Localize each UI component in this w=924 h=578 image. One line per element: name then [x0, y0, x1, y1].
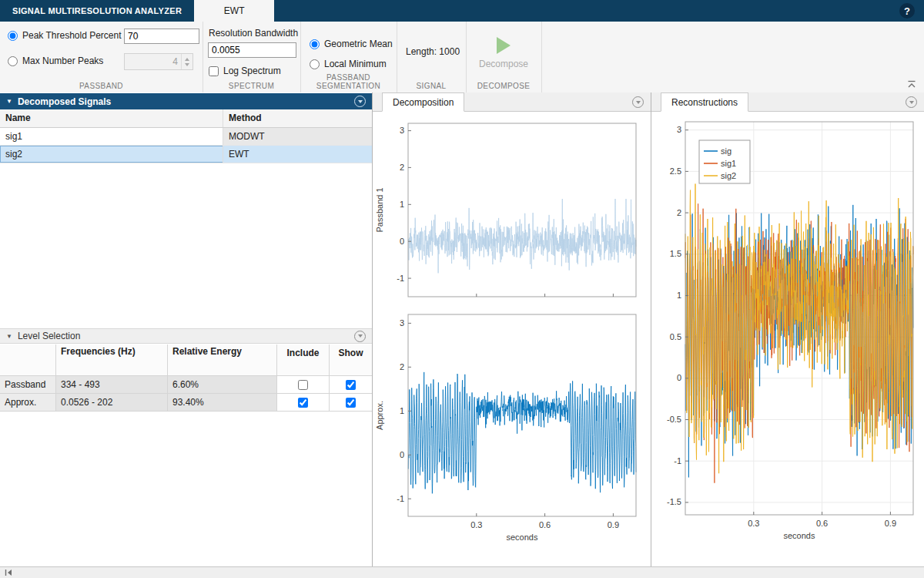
table-row-sig2[interactable]: sig2 EWT	[0, 146, 372, 163]
max-peaks-radio[interactable]	[8, 56, 18, 66]
ewt-tab-label: EWT	[224, 5, 245, 16]
svg-text:0: 0	[400, 450, 404, 459]
svg-text:0.3: 0.3	[748, 519, 759, 528]
reconstructions-tabstrip: Reconstructions	[651, 92, 924, 112]
geometric-mean-radio[interactable]	[310, 39, 320, 49]
collapse-left-panel-button[interactable]	[5, 569, 13, 576]
peak-threshold-input[interactable]	[124, 29, 199, 44]
level-row-approx[interactable]: Approx. 0.0526 - 202 93.40%	[0, 394, 372, 412]
svg-text:3: 3	[400, 126, 404, 135]
svg-text:2: 2	[677, 208, 681, 217]
svg-text:Approx.: Approx.	[375, 401, 384, 430]
energy-column-header: Relative Energy	[168, 344, 277, 375]
geometric-mean-label: Geometric Mean	[324, 39, 393, 49]
decomposition-tabstrip: Decomposition	[373, 92, 651, 112]
app-title-tab[interactable]: SIGNAL MULTIRESOLUTION ANALYZER	[0, 0, 194, 22]
include-column-header: Include	[277, 344, 330, 375]
svg-text:0.5: 0.5	[670, 332, 681, 341]
svg-text:0.3: 0.3	[470, 520, 482, 529]
section-signal: Length: 1000 SIGNAL	[397, 22, 467, 92]
decomposed-signals-header[interactable]: ▼ Decomposed Signals	[0, 93, 372, 109]
approx-frequencies-cell: 0.0526 - 202	[56, 394, 168, 411]
decomposition-actions-icon[interactable]	[632, 96, 644, 108]
approx-include-checkbox[interactable]	[298, 398, 308, 408]
decomposed-signals-table: Name Method sig1 MODWT sig2 EWT	[0, 109, 372, 163]
tab-reconstructions[interactable]: Reconstructions	[661, 92, 748, 112]
signal-length-label: Length: 1000	[406, 46, 460, 57]
name-column-header: Name	[0, 109, 223, 127]
passband1-energy-cell: 6.60%	[168, 376, 277, 393]
approx-row-label: Approx.	[0, 394, 56, 411]
svg-text:2: 2	[400, 362, 404, 371]
level-selection-actions-icon[interactable]	[354, 331, 366, 342]
svg-text:0.9: 0.9	[608, 520, 619, 529]
resolution-bandwidth-label: Resolution Bandwidth	[209, 28, 298, 39]
decomposed-signals-header-row: Name Method	[0, 109, 372, 128]
svg-text:1: 1	[677, 291, 681, 300]
decomposed-signals-panel: ▼ Decomposed Signals Name Method sig1 MO…	[0, 92, 373, 567]
level-selection-table: Frequencies (Hz) Relative Energy Include…	[0, 344, 372, 412]
collapse-toolstrip-icon	[907, 80, 916, 89]
reconstructions-chart: -1.5-1-0.500.511.522.530.30.60.9secondss…	[651, 111, 924, 556]
section-passband-segmentation: Geometric Mean Local Minimum PASSBAND SE…	[300, 22, 397, 92]
svg-text:3: 3	[677, 125, 681, 134]
reconstructions-actions-icon[interactable]	[906, 96, 917, 108]
log-spectrum-checkbox[interactable]	[209, 66, 219, 76]
svg-text:2: 2	[400, 163, 404, 172]
frequencies-column-header: Frequencies (Hz)	[56, 344, 168, 375]
row-column-header	[0, 344, 56, 375]
passband1-frequencies-cell: 334 - 493	[56, 376, 168, 393]
sig1-method-cell: MODWT	[223, 128, 372, 145]
tab-ewt[interactable]: EWT	[194, 0, 274, 22]
table-row-sig1[interactable]: sig1 MODWT	[0, 128, 372, 146]
passband1-row-label: Passband 1	[0, 376, 56, 393]
passband1-show-checkbox[interactable]	[346, 380, 356, 390]
max-peaks-label: Max Number Peaks	[22, 55, 103, 66]
decompose-button[interactable]: Decompose	[478, 26, 529, 80]
method-column-header: Method	[223, 109, 372, 127]
peak-threshold-label: Peak Threshold Percent	[22, 30, 122, 41]
collapse-left-panel-icon	[5, 569, 13, 576]
collapse-panel-triangle-icon: ▼	[6, 98, 12, 105]
passband1-chart: -10123Passband 1	[373, 111, 651, 304]
spectrum-section-label: SPECTRUM	[203, 82, 300, 90]
collapse-level-selection-triangle-icon: ▼	[6, 333, 12, 340]
peak-threshold-radio[interactable]	[8, 31, 18, 41]
spinner-arrows-icon	[181, 54, 192, 69]
svg-text:1: 1	[400, 406, 404, 415]
approx-show-checkbox[interactable]	[346, 398, 356, 408]
tab-decomposition[interactable]: Decomposition	[382, 92, 464, 112]
decompose-button-label: Decompose	[479, 59, 528, 69]
svg-text:-0.5: -0.5	[667, 415, 681, 424]
svg-text:seconds: seconds	[784, 531, 815, 540]
segmentation-section-label: PASSBAND SEGMENTATION	[300, 73, 397, 90]
approx-chart: -101230.30.60.9secondsApprox.	[373, 304, 651, 558]
local-minimum-radio[interactable]	[310, 59, 320, 69]
svg-text:0: 0	[400, 237, 404, 246]
sig2-name-cell: sig2	[0, 146, 223, 163]
passband1-include-checkbox[interactable]	[298, 380, 308, 390]
app-title-label: SIGNAL MULTIRESOLUTION ANALYZER	[12, 6, 182, 15]
svg-text:-1: -1	[397, 494, 404, 503]
decomposition-tab-label: Decomposition	[393, 97, 454, 108]
decompose-section-label: DECOMPOSE	[466, 82, 541, 90]
level-selection-header[interactable]: ▼ Level Selection	[0, 328, 372, 344]
level-selection-header-row: Frequencies (Hz) Relative Energy Include…	[0, 344, 372, 376]
log-spectrum-label: Log Spectrum	[223, 66, 281, 76]
svg-text:0.6: 0.6	[539, 520, 551, 529]
section-spectrum: Resolution Bandwidth Log Spectrum SPECTR…	[203, 22, 301, 92]
resolution-bandwidth-input[interactable]	[208, 42, 296, 58]
level-row-passband1[interactable]: Passband 1 334 - 493 6.60%	[0, 376, 372, 394]
svg-text:1.5: 1.5	[670, 249, 681, 258]
svg-text:-1.5: -1.5	[667, 497, 681, 506]
svg-text:-1: -1	[397, 274, 404, 283]
status-bar	[0, 566, 924, 578]
help-icon[interactable]: ?	[899, 3, 915, 18]
svg-text:seconds: seconds	[507, 533, 538, 542]
collapse-toolstrip-button[interactable]	[906, 79, 918, 89]
svg-text:0.6: 0.6	[816, 519, 828, 528]
svg-text:2.5: 2.5	[670, 166, 681, 176]
panel-actions-icon[interactable]	[354, 96, 366, 107]
svg-text:Passband 1: Passband 1	[375, 187, 384, 232]
svg-text:sig2: sig2	[721, 171, 736, 180]
